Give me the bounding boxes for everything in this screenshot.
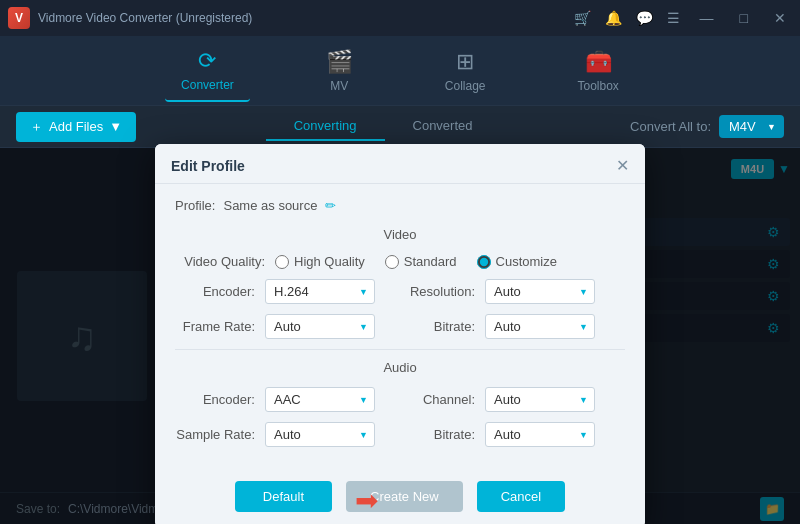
resolution-half: Resolution: Auto <box>395 279 595 304</box>
minimize-button[interactable]: — <box>694 8 720 28</box>
edit-icon[interactable]: ✏ <box>325 198 336 213</box>
convert-all-select-wrapper: M4V <box>719 115 784 138</box>
audio-bitrate-select[interactable]: Auto <box>485 422 595 447</box>
nav-converter[interactable]: ⟳ Converter <box>165 40 250 102</box>
resolution-select-wrapper: Auto <box>485 279 595 304</box>
nav-toolbox-label: Toolbox <box>578 79 619 93</box>
audio-encoder-select[interactable]: AAC <box>265 387 375 412</box>
resolution-select[interactable]: Auto <box>485 279 595 304</box>
title-bar-left: V Vidmore Video Converter (Unregistered) <box>8 7 252 29</box>
profile-label: Profile: <box>175 198 215 213</box>
bitrate-half: Bitrate: Auto <box>395 314 595 339</box>
default-button[interactable]: Default <box>235 481 332 512</box>
audio-bitrate-select-wrapper: Auto <box>485 422 595 447</box>
app-icon: V <box>8 7 30 29</box>
close-button[interactable]: ✕ <box>768 8 792 28</box>
toolbox-icon: 🧰 <box>585 49 612 75</box>
add-files-button[interactable]: ＋ Add Files ▼ <box>16 112 136 142</box>
audio-encoder-label: Encoder: <box>175 392 255 407</box>
toolbar: ＋ Add Files ▼ Converting Converted Conve… <box>0 106 800 148</box>
modal-footer: Default ➡ Create New Cancel <box>155 471 645 524</box>
title-bar: V Vidmore Video Converter (Unregistered)… <box>0 0 800 36</box>
audio-encoder-channel-row: Encoder: AAC Channel: Auto <box>175 387 625 412</box>
encoder-resolution-row: Encoder: H.264 Resolution: Auto <box>175 279 625 304</box>
quality-customize-option[interactable]: Customize <box>477 254 557 269</box>
quality-standard-radio[interactable] <box>385 255 399 269</box>
video-section-title: Video <box>175 227 625 242</box>
nav-bar: ⟳ Converter 🎬 MV ⊞ Collage 🧰 Toolbox <box>0 36 800 106</box>
audio-section-title: Audio <box>175 360 625 375</box>
resolution-label: Resolution: <box>395 284 475 299</box>
modal-body: Profile: Same as source ✏ Video Video Qu… <box>155 184 645 471</box>
sample-rate-label: Sample Rate: <box>175 427 255 442</box>
app-title: Vidmore Video Converter (Unregistered) <box>38 11 252 25</box>
maximize-button[interactable]: □ <box>734 8 754 28</box>
main-content: ♫ ⓘ 1:32 M4U ▼ Quality Auto ⚙ Standard ⚙ <box>0 148 800 524</box>
collage-icon: ⊞ <box>456 49 474 75</box>
video-bitrate-select-wrapper: Auto <box>485 314 595 339</box>
plus-icon: ＋ <box>30 118 43 136</box>
nav-converter-label: Converter <box>181 78 234 92</box>
video-bitrate-select[interactable]: Auto <box>485 314 595 339</box>
encoder-select[interactable]: H.264 <box>265 279 375 304</box>
encoder-label: Encoder: <box>175 284 255 299</box>
cancel-button[interactable]: Cancel <box>477 481 565 512</box>
framerate-select[interactable]: Auto <box>265 314 375 339</box>
quality-high-option[interactable]: High Quality <box>275 254 365 269</box>
framerate-half: Frame Rate: Auto <box>175 314 375 339</box>
encoder-half: Encoder: H.264 <box>175 279 375 304</box>
video-quality-row: Video Quality: High Quality Standard <box>175 254 625 269</box>
modal-header: Edit Profile ✕ <box>155 144 645 184</box>
video-bitrate-label: Bitrate: <box>395 319 475 334</box>
section-divider <box>175 349 625 350</box>
mv-icon: 🎬 <box>326 49 353 75</box>
convert-all-label: Convert All to: <box>630 119 711 134</box>
nav-collage[interactable]: ⊞ Collage <box>429 41 502 101</box>
nav-mv-label: MV <box>330 79 348 93</box>
modal-overlay: Edit Profile ✕ Profile: Same as source ✏… <box>0 148 800 524</box>
arrow-indicator: ➡ <box>355 483 378 516</box>
quality-standard-label: Standard <box>404 254 457 269</box>
quality-high-label: High Quality <box>294 254 365 269</box>
menu-icon[interactable]: ☰ <box>667 10 680 26</box>
bell-icon[interactable]: 🔔 <box>605 10 622 26</box>
nav-collage-label: Collage <box>445 79 486 93</box>
audio-bitrate-half: Bitrate: Auto <box>395 422 595 447</box>
converter-icon: ⟳ <box>198 48 216 74</box>
tab-converted[interactable]: Converted <box>385 112 501 141</box>
nav-mv[interactable]: 🎬 MV <box>310 41 369 101</box>
speech-icon[interactable]: 💬 <box>636 10 653 26</box>
channel-select[interactable]: Auto <box>485 387 595 412</box>
frame-rate-label: Frame Rate: <box>175 319 255 334</box>
samplerate-select[interactable]: Auto <box>265 422 375 447</box>
channel-half: Channel: Auto <box>395 387 595 412</box>
edit-profile-modal: Edit Profile ✕ Profile: Same as source ✏… <box>155 144 645 524</box>
title-bar-controls: 🛒 🔔 💬 ☰ — □ ✕ <box>574 8 792 28</box>
video-quality-radio-group: High Quality Standard Customize <box>275 254 557 269</box>
convert-all-section: Convert All to: M4V <box>630 115 784 138</box>
dropdown-arrow-icon: ▼ <box>109 119 122 134</box>
framerate-select-wrapper: Auto <box>265 314 375 339</box>
quality-high-radio[interactable] <box>275 255 289 269</box>
nav-toolbox[interactable]: 🧰 Toolbox <box>562 41 635 101</box>
framerate-bitrate-row: Frame Rate: Auto Bitrate: Auto <box>175 314 625 339</box>
channel-label: Channel: <box>395 392 475 407</box>
profile-row: Profile: Same as source ✏ <box>175 198 625 213</box>
tabs: Converting Converted <box>266 112 501 141</box>
audio-bitrate-label: Bitrate: <box>395 427 475 442</box>
samplerate-select-wrapper: Auto <box>265 422 375 447</box>
video-quality-label: Video Quality: <box>175 254 265 269</box>
modal-title: Edit Profile <box>171 158 245 174</box>
encoder-select-wrapper: H.264 <box>265 279 375 304</box>
convert-all-select[interactable]: M4V <box>719 115 784 138</box>
audio-encoder-select-wrapper: AAC <box>265 387 375 412</box>
modal-close-button[interactable]: ✕ <box>616 156 629 175</box>
channel-select-wrapper: Auto <box>485 387 595 412</box>
quality-customize-label: Customize <box>496 254 557 269</box>
quality-customize-radio[interactable] <box>477 255 491 269</box>
quality-standard-option[interactable]: Standard <box>385 254 457 269</box>
tab-converting[interactable]: Converting <box>266 112 385 141</box>
cart-icon[interactable]: 🛒 <box>574 10 591 26</box>
samplerate-audiobitrate-row: Sample Rate: Auto Bitrate: Auto <box>175 422 625 447</box>
profile-value: Same as source <box>223 198 317 213</box>
